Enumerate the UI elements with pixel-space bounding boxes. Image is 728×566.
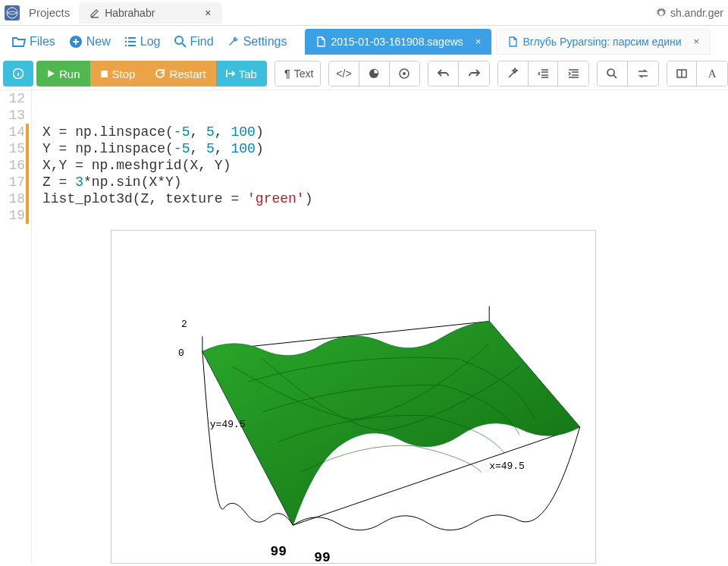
wand-icon [507, 68, 519, 80]
code-line [42, 107, 728, 124]
wrench-icon [228, 36, 240, 48]
search-group [597, 61, 658, 86]
list-icon [124, 36, 136, 47]
format-group: ¶Text [275, 61, 321, 86]
target-icon [398, 68, 410, 80]
folder-icon [12, 36, 26, 48]
target-button[interactable] [390, 61, 420, 86]
run-button[interactable]: Run [36, 61, 90, 86]
code-line: list_plot3d(Z, texture = 'green') [42, 190, 728, 207]
code-line [42, 90, 728, 107]
file-tabs: 2015-01-03-161908.sagews × Вглубь Pypars… [305, 29, 711, 55]
indent-button[interactable] [558, 61, 588, 86]
svg-point-8 [607, 69, 614, 76]
font-button[interactable]: A [697, 61, 727, 86]
svg-point-2 [175, 36, 183, 44]
code-group: </> [328, 61, 420, 86]
svg-rect-4 [101, 71, 108, 77]
redo-button[interactable] [459, 61, 489, 86]
view-group: A [667, 61, 728, 86]
split-button[interactable] [667, 61, 698, 86]
swap-button[interactable] [628, 61, 658, 86]
font-icon: A [708, 68, 717, 80]
redo-icon [468, 68, 480, 79]
html-button[interactable]: </> [329, 61, 359, 86]
indent-icon [568, 69, 579, 78]
settings-menu[interactable]: Settings [221, 30, 293, 53]
project-tab[interactable]: Habrahabr × [79, 2, 221, 24]
toolbar: Run Stop Restart Tab ¶Text </> A [0, 58, 728, 90]
plot-output: 2 0 y=49.5 x=49.5 99 99 [111, 230, 596, 564]
stop-button[interactable]: Stop [90, 61, 146, 86]
outdent-button[interactable] [529, 61, 559, 86]
edit-icon [89, 8, 100, 18]
history-group [428, 61, 489, 86]
code-editor[interactable]: 12 13 14 15 16 17 18 19 X = np.linspace(… [0, 90, 728, 564]
tab-button[interactable]: Tab [216, 61, 267, 86]
code-line: X,Y = np.meshgrid(X, Y) [42, 157, 728, 174]
files-menu[interactable]: Files [6, 30, 61, 53]
info-icon [13, 68, 24, 79]
text-button[interactable]: ¶Text [275, 61, 321, 86]
search-icon [174, 36, 187, 48]
app-logo[interactable] [5, 5, 20, 20]
r-button[interactable] [359, 61, 390, 86]
play-icon [46, 69, 55, 78]
file-tab-inactive[interactable]: Вглубь Pyparsing: парсим едини × [496, 29, 711, 55]
axis-end-1: 99 [271, 544, 287, 559]
svg-point-0 [7, 8, 17, 18]
code-icon: </> [336, 68, 351, 80]
stop-icon [100, 70, 108, 78]
restart-button[interactable]: Restart [145, 61, 215, 86]
info-button[interactable] [3, 61, 33, 86]
code-line: Z = 3*np.sin(X*Y) [42, 174, 728, 190]
file-icon [315, 36, 326, 47]
y-axis-label: y=49.5 [210, 419, 246, 430]
plus-circle-icon [69, 35, 83, 49]
axis-end-2: 99 [314, 550, 331, 563]
log-menu[interactable]: Log [118, 30, 167, 53]
refresh-icon [155, 68, 165, 79]
gear-icon [655, 7, 667, 19]
z-top-label: 2 [181, 319, 187, 330]
projects-link[interactable]: Projects [24, 6, 74, 19]
z-origin-label: 0 [178, 347, 184, 359]
find-menu[interactable]: Find [168, 30, 220, 53]
undo-button[interactable] [428, 61, 459, 86]
menu-bar: Files New Log Find Settings 2015-01-03-1… [0, 26, 728, 58]
undo-icon [438, 68, 450, 79]
search-button[interactable] [598, 61, 628, 86]
top-bar: Projects Habrahabr × sh.andr.ger [0, 0, 728, 26]
code-line [42, 207, 728, 224]
code-line: Y = np.linspace(-5, 5, 100) [42, 140, 728, 157]
close-icon[interactable]: × [475, 36, 482, 47]
project-tab-label: Habrahabr [105, 7, 155, 19]
code-line: X = np.linspace(-5, 5, 100) [42, 124, 728, 140]
search-icon [607, 68, 617, 79]
tools-group [497, 61, 589, 86]
split-icon [676, 69, 687, 78]
svg-point-7 [403, 72, 406, 75]
outdent-icon [538, 69, 548, 78]
x-axis-label: x=49.5 [489, 461, 525, 472]
swap-icon [638, 69, 648, 78]
user-menu[interactable]: sh.andr.ger [655, 7, 723, 19]
close-icon[interactable]: × [205, 7, 211, 19]
cell-marker [26, 124, 29, 224]
file-icon [507, 36, 518, 47]
new-menu[interactable]: New [63, 30, 117, 53]
close-icon[interactable]: × [694, 36, 700, 47]
pie-icon [368, 68, 380, 80]
wand-button[interactable] [498, 61, 529, 86]
indent-icon [226, 69, 235, 78]
code-area[interactable]: X = np.linspace(-5, 5, 100) Y = np.linsp… [32, 90, 728, 564]
file-tab-active[interactable]: 2015-01-03-161908.sagews × [305, 29, 491, 55]
